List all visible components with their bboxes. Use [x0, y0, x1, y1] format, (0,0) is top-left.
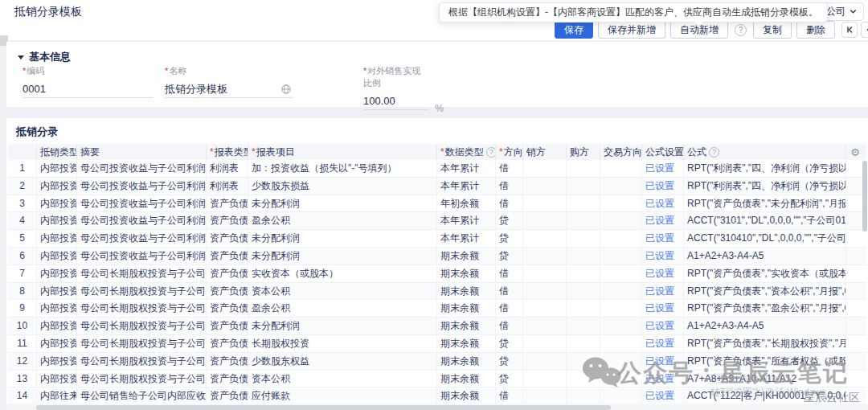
cell-elimination-type: 内部投资 [37, 283, 77, 300]
formula-set-link[interactable]: 已设置 [645, 285, 674, 297]
header-cell-4[interactable]: *数据类型? [437, 144, 496, 160]
cell-formula: A1+A2+A3-A4-A5 [684, 248, 846, 264]
cell-formula: RPT("资产负债表","长期股权投资","月报",0,0,"期末","母公司" [684, 335, 846, 352]
cell-trade-direction [600, 160, 642, 177]
formula-set-link[interactable]: 已设置 [645, 302, 674, 314]
cell-rownum: 10 [8, 318, 37, 334]
delete-button[interactable]: 删除 [796, 21, 835, 39]
formula-set-link[interactable]: 已设置 [645, 373, 674, 384]
cell-report-type: 资产负债表 [207, 300, 248, 317]
cell-buyer [567, 318, 600, 334]
cell-buyer [567, 265, 600, 282]
header-cell-3[interactable]: *报表项目 [248, 144, 437, 160]
formula-set-link[interactable]: 已设置 [645, 338, 674, 349]
cell-formula: RPT("资产负债表","资本公积","月报",0,0,"期末","子公司01"… [684, 283, 846, 300]
prev-record-button[interactable] [861, 22, 868, 38]
table-row[interactable]: 7内部投资母公司长期股权投资与子公司所有者权益...资产负债表实收资本（或股本）… [8, 265, 866, 283]
table-row[interactable]: 8内部投资母公司长期股权投资与子公司所有者权益...资产负债表资本公积期末余额借… [8, 283, 866, 301]
table-row[interactable]: 10内部投资母公司长期股权投资与子公司所有者权益...资产负债表未分配利润期末余… [8, 318, 866, 335]
header-cell-10[interactable]: 公式? [684, 144, 846, 160]
chevron-down-icon [850, 8, 857, 15]
cell-summary: 母公司投资收益与子公司利润分配的抵销... [77, 248, 207, 264]
horizontal-scrollbar-thumb[interactable] [36, 405, 611, 410]
column-label: 报表项目 [256, 146, 295, 159]
copy-button[interactable]: 复制 [753, 21, 792, 39]
cell-formula: RPT("利润表","四、净利润（净亏损以 "-" 号填列）","月报", [684, 160, 846, 177]
header-cell-7[interactable]: 购方 [567, 144, 600, 160]
table-row[interactable]: 11内部投资母公司长期股权投资与子公司所有者权益...资产负债表长期股权投资期末… [8, 335, 866, 353]
cell-formula-set: 已设置 [642, 335, 684, 352]
header-cell-8[interactable]: 交易方向 [600, 144, 642, 160]
cell-rownum: 3 [8, 195, 37, 212]
table-row[interactable]: 4内部投资母公司投资收益与子公司利润分配的抵销...资产负债表盈余公积本年累计贷… [8, 212, 866, 230]
formula-set-link[interactable]: 已设置 [645, 390, 674, 401]
first-record-button[interactable] [841, 22, 858, 38]
auto-generate-tooltip: 根据【组织机构设置】-【内部客商设置】匹配的客户、供应商自动生成抵销分录模板。 [439, 2, 828, 23]
column-label: 购方 [570, 146, 589, 159]
formula-set-link[interactable]: 已设置 [645, 320, 674, 331]
cell-summary: 母公司投资收益与子公司利润分配的抵销... [77, 212, 207, 229]
cell-report-item: 少数股东权益 [248, 353, 437, 370]
formula-set-link[interactable]: 已设置 [645, 180, 674, 191]
table-row[interactable]: 12内部投资母公司长期股权投资与子公司所有者权益...资产负债表少数股东权益期末… [8, 353, 866, 371]
cell-gear-spacer [846, 353, 864, 370]
formula-set-link[interactable]: 已设置 [645, 232, 674, 244]
save-button[interactable]: 保存 [555, 21, 593, 39]
cell-direction: 借 [496, 160, 523, 177]
vertical-scrollbar-thumb[interactable] [862, 161, 867, 232]
header-cell-0[interactable]: 抵销类型 [37, 144, 77, 160]
cell-summary: 母公司长期股权投资与子公司所有者权益... [77, 335, 207, 352]
column-help-icon[interactable]: ? [709, 147, 719, 158]
cell-formula-set: 已设置 [642, 195, 684, 212]
sales-ratio-input[interactable]: 100.00 % [363, 93, 429, 110]
table-row[interactable]: 14内部往来母公司销售给子公司内部应收账款与应付...资产负债表应付账款期末余额… [8, 387, 866, 405]
column-settings-cell[interactable]: ⚙ [846, 144, 864, 160]
name-input[interactable]: 抵销分录模板 [165, 81, 293, 98]
header-cell-2[interactable]: *报表类型 [207, 144, 248, 160]
cell-summary: 母公司长期股权投资与子公司所有者权益... [77, 283, 207, 300]
header-cell-1[interactable]: 摘要 [77, 144, 207, 160]
cell-trade-direction [600, 300, 642, 317]
cell-trade-direction [600, 318, 642, 334]
table-row[interactable]: 6内部投资母公司投资收益与子公司利润分配的抵销...资产负债表未分配利润期末余额… [8, 248, 866, 265]
formula-set-link[interactable]: 已设置 [645, 268, 674, 279]
formula-set-link[interactable]: 已设置 [645, 250, 674, 261]
help-icon[interactable]: ? [735, 24, 747, 36]
formula-set-link[interactable]: 已设置 [645, 198, 674, 209]
table-row[interactable]: 13内部投资母公司长期股权投资与子公司所有者权益...资产负债表资本公积期末余额… [8, 371, 866, 388]
formula-set-link[interactable]: 已设置 [645, 355, 674, 367]
cell-direction: 贷 [496, 371, 523, 387]
header-cell-6[interactable]: 销方 [523, 144, 567, 160]
cell-direction: 贷 [496, 212, 523, 229]
gear-icon[interactable]: ⚙ [850, 146, 860, 158]
column-help-icon[interactable]: ? [486, 147, 496, 158]
save-and-new-button[interactable]: 保存并新增 [598, 21, 665, 39]
code-input[interactable]: 0001 [23, 81, 153, 98]
table-row[interactable]: 9内部投资母公司长期股权投资与子公司所有者权益...资产负债表盈余公积期末余额借… [8, 300, 866, 318]
cell-seller [523, 335, 567, 352]
cell-seller [523, 230, 567, 247]
cell-seller [523, 178, 567, 195]
globe-icon[interactable] [280, 84, 292, 95]
table-row[interactable]: 1内部投资母公司投资收益与子公司利润分配的抵销...利润表加：投资收益（损失以"… [8, 160, 866, 178]
entries-card: 抵销分录 抵销类型摘要*报表类型*报表项目*数据类型?*方向销方购方交易方向公式… [6, 118, 868, 410]
page-title: 抵销分录模板 [14, 5, 82, 19]
formula-set-link[interactable]: 已设置 [645, 162, 674, 174]
cell-data-type: 本年累计 [437, 178, 496, 195]
basic-info-card: 基本信息 *编码 0001 *名称 抵销分录模板 *对外销售实现比例 100.0… [6, 42, 868, 107]
cell-direction: 借 [496, 318, 523, 334]
cell-report-item: 实收资本（或股本） [248, 265, 437, 282]
header-cell-5[interactable]: *方向 [496, 144, 523, 160]
table-row[interactable]: 3内部投资母公司投资收益与子公司利润分配的抵销...资产负债表未分配利润年初余额… [8, 195, 866, 213]
table-row[interactable]: 2内部投资母公司投资收益与子公司利润分配的抵销...利润表少数股东损益本年累计借… [8, 178, 866, 195]
cell-seller [523, 265, 567, 282]
cell-formula: RPT("利润表","四、净利润（净亏损以 "-" 号填列）","月报", [684, 178, 846, 195]
formula-set-link[interactable]: 已设置 [645, 215, 674, 226]
basic-info-section-toggle[interactable]: 基本信息 [18, 50, 71, 64]
entries-table: 抵销类型摘要*报表类型*报表项目*数据类型?*方向销方购方交易方向公式设置公式?… [8, 144, 866, 405]
tooltip-text: 根据【组织机构设置】-【内部客商设置】匹配的客户、供应商自动生成抵销分录模板。 [448, 6, 818, 18]
header-cell-9[interactable]: 公式设置 [642, 144, 684, 160]
cell-direction: 借 [496, 283, 523, 300]
horizontal-scrollbar-track[interactable] [6, 404, 868, 410]
table-row[interactable]: 5内部投资母公司投资收益与子公司利润分配的抵销...资产负债表未分配利润本年累计… [8, 230, 866, 248]
